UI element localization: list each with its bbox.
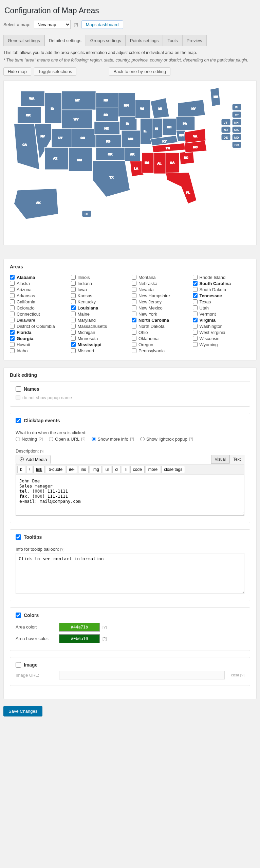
area-checkbox-input[interactable] [132, 293, 136, 298]
tab-groups[interactable]: Groups settings [86, 35, 126, 46]
area-checkbox[interactable]: Georgia [10, 336, 68, 341]
area-checkbox-input[interactable] [71, 305, 76, 310]
area-checkbox-input[interactable] [132, 281, 136, 286]
area-checkbox[interactable]: Minnesota [71, 336, 129, 341]
help-icon[interactable]: [?] [60, 547, 64, 551]
area-checkbox[interactable]: Colorado [10, 305, 68, 311]
area-checkbox[interactable]: Texas [193, 299, 250, 304]
help-icon[interactable]: [?] [103, 637, 113, 641]
qt-li[interactable]: li [122, 466, 129, 473]
area-checkbox[interactable]: Delaware [10, 318, 68, 323]
area-checkbox-input[interactable] [10, 293, 15, 298]
area-checkbox-input[interactable] [71, 287, 76, 292]
tab-points[interactable]: Points settings [126, 35, 163, 46]
area-checkbox-input[interactable] [132, 312, 136, 316]
area-checkbox[interactable]: Oregon [132, 342, 189, 347]
area-checkbox-input[interactable] [10, 275, 15, 280]
colors-toggle-checkbox[interactable] [16, 613, 21, 618]
area-checkbox-input[interactable] [71, 336, 76, 341]
area-checkbox-input[interactable] [193, 312, 198, 316]
area-checkbox-input[interactable] [10, 330, 15, 335]
qt-ol[interactable]: ol [112, 466, 121, 473]
area-checkbox-input[interactable] [193, 287, 198, 292]
area-checkbox[interactable]: Missouri [71, 348, 129, 353]
area-checkbox-input[interactable] [132, 275, 136, 280]
area-checkbox-input[interactable] [10, 312, 15, 316]
area-checkbox[interactable]: Idaho [10, 348, 68, 353]
description-textarea[interactable] [16, 475, 244, 516]
area-checkbox-input[interactable] [10, 324, 15, 329]
editor-tab-text[interactable]: Text [229, 455, 244, 464]
qt-del[interactable]: del [66, 466, 77, 473]
help-icon[interactable]: [?] [81, 437, 85, 441]
area-checkbox-input[interactable] [193, 299, 198, 304]
area-checkbox-input[interactable] [10, 348, 15, 353]
qt-close[interactable]: close tags [161, 466, 185, 473]
area-checkbox-input[interactable] [71, 312, 76, 316]
tab-general[interactable]: General settings [3, 35, 44, 46]
area-checkbox[interactable]: Maine [71, 312, 129, 317]
area-checkbox[interactable]: Tennessee [193, 293, 250, 298]
area-checkbox[interactable]: South Carolina [193, 281, 250, 286]
area-color-swatch[interactable]: #44a71b [59, 623, 100, 632]
image-toggle-checkbox[interactable] [16, 662, 21, 668]
area-checkbox-input[interactable] [193, 336, 198, 341]
area-checkbox[interactable]: Ohio [132, 330, 189, 335]
area-checkbox[interactable]: Nevada [132, 287, 189, 292]
help-icon[interactable]: [?] [103, 625, 113, 629]
area-checkbox-input[interactable] [71, 293, 76, 298]
area-checkbox-input[interactable] [193, 281, 198, 286]
radio-open-url[interactable] [49, 437, 53, 441]
qt-italic[interactable]: i [26, 466, 33, 473]
area-checkbox[interactable]: Hawaii [10, 342, 68, 347]
qt-ins[interactable]: ins [78, 466, 89, 473]
area-checkbox-input[interactable] [71, 275, 76, 280]
area-checkbox-input[interactable] [10, 281, 15, 286]
save-changes-button[interactable]: Save Changes [3, 706, 42, 716]
area-checkbox-input[interactable] [193, 318, 198, 322]
area-checkbox[interactable] [193, 348, 250, 353]
area-checkbox-input[interactable] [10, 342, 15, 347]
area-checkbox[interactable]: South Dakota [193, 287, 250, 292]
maps-dashboard-button[interactable]: Maps dashboard [81, 20, 123, 29]
help-icon[interactable]: [?] [40, 449, 44, 453]
area-checkbox-input[interactable] [10, 305, 15, 310]
hover-color-swatch[interactable]: #0b6a10 [59, 634, 100, 643]
area-checkbox-input[interactable] [193, 293, 198, 298]
qt-code[interactable]: code [130, 466, 145, 473]
area-checkbox[interactable]: Arizona [10, 287, 68, 292]
area-checkbox[interactable]: North Carolina [132, 318, 189, 323]
area-checkbox-input[interactable] [132, 348, 136, 353]
area-checkbox-input[interactable] [132, 342, 136, 347]
qt-img[interactable]: img [90, 466, 101, 473]
area-checkbox[interactable]: Wyoming [193, 342, 250, 347]
help-icon[interactable]: [?] [189, 437, 193, 441]
area-checkbox-input[interactable] [193, 330, 198, 335]
area-checkbox[interactable]: Massachusetts [71, 324, 129, 329]
area-checkbox[interactable]: Alabama [10, 275, 68, 280]
tooltips-toggle-checkbox[interactable] [16, 534, 21, 540]
area-checkbox[interactable]: New Jersey [132, 299, 189, 304]
qt-link[interactable]: link [33, 466, 45, 473]
area-checkbox[interactable]: Iowa [71, 287, 129, 292]
area-checkbox[interactable]: Virginia [193, 318, 250, 323]
area-checkbox-input[interactable] [10, 318, 15, 322]
area-checkbox[interactable]: Kansas [71, 293, 129, 298]
area-checkbox[interactable]: Wisconsin [193, 336, 250, 341]
area-checkbox[interactable]: Indiana [71, 281, 129, 286]
area-checkbox-input[interactable] [71, 342, 76, 347]
area-checkbox[interactable]: Rhode Island [193, 275, 250, 280]
toggle-selections-button[interactable]: Toggle selections [34, 67, 77, 76]
area-checkbox[interactable]: Michigan [71, 330, 129, 335]
radio-show-more[interactable] [92, 437, 96, 441]
area-checkbox[interactable]: Utah [193, 305, 250, 311]
area-checkbox-input[interactable] [71, 324, 76, 329]
area-checkbox-input[interactable] [71, 281, 76, 286]
area-checkbox[interactable]: Arkansas [10, 293, 68, 298]
editor-tab-visual[interactable]: Visual [211, 455, 229, 464]
area-checkbox[interactable]: Illinois [71, 275, 129, 280]
names-no-popup-checkbox[interactable] [16, 395, 20, 400]
area-checkbox-input[interactable] [71, 299, 76, 304]
area-checkbox-input[interactable] [132, 318, 136, 322]
area-checkbox-input[interactable] [132, 305, 136, 310]
